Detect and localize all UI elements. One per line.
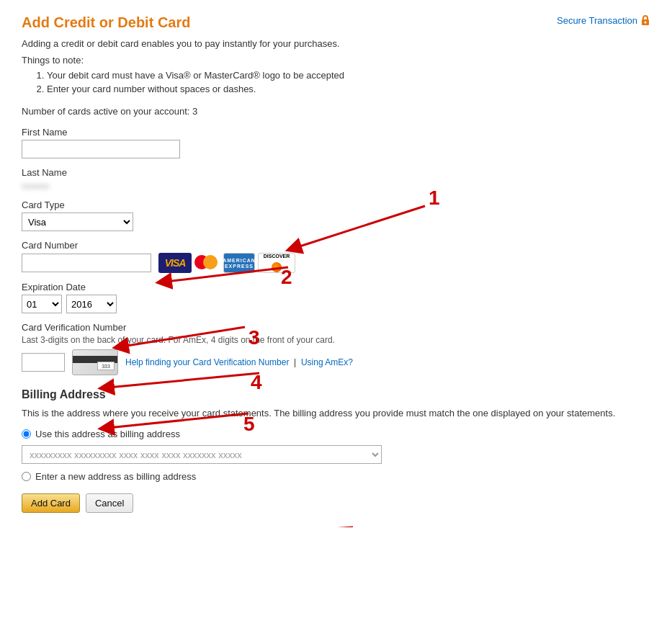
discover-text: DISCOVER — [264, 254, 290, 259]
address-select[interactable]: xxxxxxxxx xxxxxxxxx xxxx xxxx xxxx xxxxx… — [22, 445, 382, 464]
amex-text: AMERICAN — [223, 258, 256, 263]
last-name-group: Last Name xxxxxxx — [22, 167, 650, 191]
card-number-group: Card Number VISA AMERICAN — [22, 240, 650, 273]
visa-logo: VISA — [158, 253, 192, 273]
button-row: Add Card Cancel — [22, 493, 650, 513]
card-type-label: Card Type — [22, 200, 650, 210]
use-this-address-label[interactable]: Use this address as billing address — [35, 429, 180, 439]
cvn-desc: Last 3-digits on the back of your card. … — [22, 335, 650, 345]
billing-desc: This is the address where you receive yo… — [22, 407, 650, 420]
address-select-row: xxxxxxxxx xxxxxxxxx xxxx xxxx xxxx xxxxx… — [22, 445, 650, 464]
last-name-blurred: xxxxxxx — [22, 182, 50, 190]
discover-logo: DISCOVER — [258, 253, 295, 273]
cvn-amex-link[interactable]: Using AmEx? — [301, 357, 353, 367]
cvn-help-link[interactable]: Help finding your Card Verification Numb… — [125, 357, 289, 367]
use-this-address-option: Use this address as billing address — [22, 429, 650, 439]
note-item-1: Your debit card must have a Visa® or Mas… — [47, 70, 650, 81]
billing-section: Billing Address This is the address wher… — [22, 388, 650, 482]
cards-count: Number of cards active on your account: … — [22, 106, 650, 117]
note-item-2: Enter your card number without spaces or… — [47, 84, 650, 94]
mastercard-logo — [194, 253, 220, 273]
notes-list: Your debit card must have a Visa® or Mas… — [22, 70, 650, 94]
secure-transaction-link[interactable]: Secure Transaction — [557, 14, 650, 26]
cvn-card-image: 333 — [72, 349, 118, 375]
use-this-address-radio[interactable] — [22, 429, 31, 439]
exp-month-select[interactable]: 01 02 03 04 05 06 07 08 09 10 11 12 — [22, 295, 62, 313]
add-card-button[interactable]: Add Card — [22, 493, 80, 513]
things-to-note: Things to note: Your debit card must hav… — [22, 55, 650, 94]
secure-transaction-label: Secure Transaction — [557, 15, 637, 26]
expiration-row: 01 02 03 04 05 06 07 08 09 10 11 12 2016… — [22, 295, 650, 313]
last-name-label: Last Name — [22, 167, 650, 178]
svg-line-8 — [108, 373, 259, 388]
mc-orange-circle — [203, 255, 218, 269]
mc-logo-container — [194, 254, 220, 272]
card-logos: VISA AMERICAN EXPRESS — [158, 253, 295, 273]
page-header: Add Credit or Debit Card Secure Transact… — [22, 14, 650, 31]
expiration-label: Expiration Date — [22, 282, 650, 292]
expiration-group: Expiration Date 01 02 03 04 05 06 07 08 … — [22, 282, 650, 313]
svg-point-1 — [645, 22, 647, 24]
card-type-group: Card Type Visa MasterCard American Expre… — [22, 200, 650, 231]
exp-year-select[interactable]: 2016 2017 2018 2019 2020 2021 2022 2023 … — [66, 295, 117, 313]
first-name-input[interactable] — [22, 140, 180, 158]
first-name-label: First Name — [22, 127, 650, 138]
lock-icon — [640, 14, 650, 26]
page-wrapper: Add Credit or Debit Card Secure Transact… — [22, 14, 650, 513]
card-number-row: VISA AMERICAN EXPRESS — [22, 253, 650, 273]
first-name-group: First Name — [22, 127, 650, 158]
form-section: 1 2 3 4 5 6 First Name — [22, 127, 650, 513]
amex-text2: EXPRESS — [225, 264, 254, 269]
new-address-option: Enter a new address as billing address — [22, 471, 650, 482]
intro-text: Adding a credit or debit card enables yo… — [22, 38, 650, 49]
cvn-box: 333 — [97, 362, 115, 370]
cvn-row: 333 Help finding your Card Verification … — [22, 349, 650, 375]
cvn-links: Help finding your Card Verification Numb… — [125, 357, 353, 367]
things-to-note-label: Things to note: — [22, 55, 650, 66]
amex-logo: AMERICAN EXPRESS — [223, 253, 255, 273]
cvn-group: Card Verification Number Last 3-digits o… — [22, 322, 650, 375]
billing-title: Billing Address — [22, 388, 650, 401]
svg-text:6: 6 — [350, 525, 362, 527]
cvn-label: Card Verification Number — [22, 322, 650, 333]
new-address-radio[interactable] — [22, 472, 31, 481]
cancel-button[interactable]: Cancel — [86, 493, 133, 513]
card-type-select[interactable]: Visa MasterCard American Express Discove… — [22, 212, 133, 231]
page-title: Add Credit or Debit Card — [22, 14, 190, 31]
cvn-input[interactable] — [22, 353, 65, 372]
discover-circle — [272, 262, 282, 272]
card-number-input[interactable] — [22, 254, 151, 272]
new-address-label[interactable]: Enter a new address as billing address — [35, 471, 196, 482]
card-number-label: Card Number — [22, 240, 650, 251]
